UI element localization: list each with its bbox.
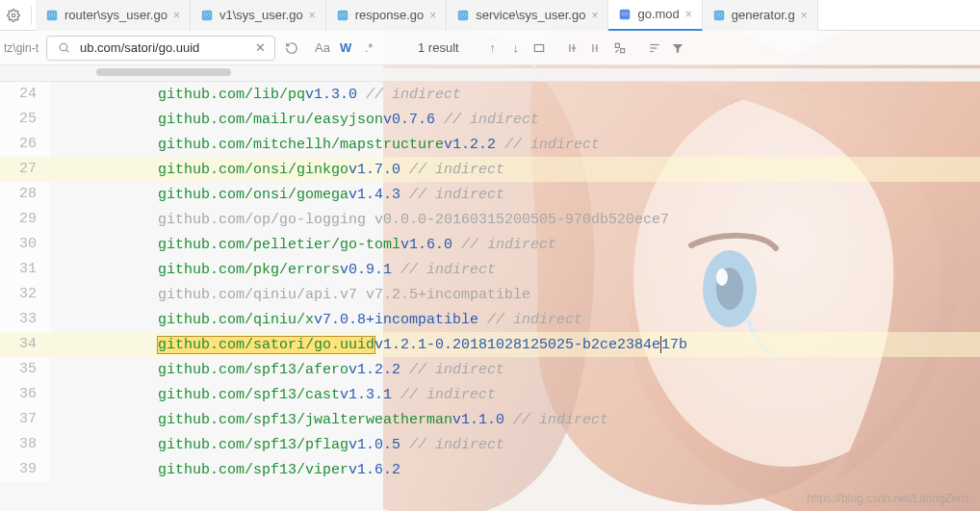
- package-path: github.com/onsi/ginkgo: [158, 162, 348, 178]
- code-line[interactable]: 38github.com/spf13/pflag v1.0.5 // indir…: [0, 432, 980, 457]
- clear-search-icon[interactable]: ✕: [249, 38, 271, 59]
- svg-rect-21: [458, 10, 469, 20]
- comment: // indirect: [392, 262, 496, 278]
- comment: // indirect: [504, 412, 608, 428]
- scroll-thumb[interactable]: [96, 68, 231, 76]
- search-history-icon[interactable]: [281, 38, 302, 59]
- comment: // indirect: [400, 362, 504, 378]
- line-number: 34: [0, 332, 50, 357]
- tab-label: generator.g: [732, 8, 795, 22]
- tab-4[interactable]: go.mod×: [608, 0, 702, 31]
- select-all-occurrences-icon[interactable]: [609, 38, 631, 59]
- close-icon[interactable]: ×: [173, 9, 180, 22]
- version: v1.6.2: [348, 462, 400, 478]
- comment: // indirect: [478, 312, 582, 328]
- close-icon[interactable]: ×: [801, 9, 808, 22]
- close-icon[interactable]: ×: [429, 9, 436, 22]
- code-line[interactable]: 27github.com/onsi/ginkgo v1.7.0 // indir…: [0, 157, 980, 182]
- version: v1.2.2: [348, 362, 400, 378]
- code-line[interactable]: 35github.com/spf13/afero v1.2.2 // indir…: [0, 357, 980, 382]
- line-number: 39: [0, 457, 50, 482]
- code-editor[interactable]: 24github.com/lib/pq v1.3.0 // indirect25…: [0, 82, 980, 482]
- whole-word-toggle[interactable]: W: [335, 38, 356, 59]
- version: v1.0.5: [348, 437, 400, 453]
- match-case-toggle[interactable]: Aa: [312, 38, 333, 59]
- svg-line-37: [66, 50, 68, 52]
- package-path: github.com/spf13/jwalterweatherman: [158, 412, 452, 428]
- comment: // indirect: [392, 387, 496, 403]
- code-line[interactable]: 37github.com/spf13/jwalterweatherman v1.…: [0, 407, 980, 432]
- gear-icon[interactable]: [0, 0, 27, 31]
- find-field[interactable]: ✕: [46, 36, 275, 61]
- package-path: github.com/spf13/pflag: [158, 437, 348, 453]
- code-line[interactable]: 39github.com/spf13/viper v1.6.2: [0, 457, 980, 482]
- package-path: github.com/spf13/afero: [158, 362, 348, 378]
- code-line[interactable]: 36github.com/spf13/cast v1.3.1 // indire…: [0, 382, 980, 407]
- line-number: 28: [0, 182, 50, 207]
- tab-2[interactable]: response.go×: [326, 0, 448, 31]
- svg-rect-31: [714, 10, 725, 20]
- line-number: 35: [0, 357, 50, 382]
- tab-3[interactable]: service\sys_user.go×: [447, 0, 608, 31]
- svg-point-19: [340, 13, 341, 14]
- line-number: 32: [0, 282, 50, 307]
- magnifier-icon: [53, 38, 74, 59]
- code-line[interactable]: 28github.com/onsi/gomega v1.4.3 // indir…: [0, 182, 980, 207]
- tab-5[interactable]: generator.g×: [703, 0, 818, 31]
- svg-point-15: [208, 13, 209, 14]
- svg-point-36: [60, 43, 67, 51]
- comment: // indirect: [452, 237, 556, 253]
- package-path: github.com/mailru/easyjson: [158, 112, 383, 128]
- prev-match-icon[interactable]: ↑: [482, 38, 503, 59]
- filter-icon[interactable]: [667, 38, 688, 59]
- horizontal-scrollbar[interactable]: [0, 68, 980, 82]
- tab-0[interactable]: router\sys_user.go×: [36, 0, 191, 31]
- package-path: github.com/lib/pq: [158, 87, 305, 103]
- code-line[interactable]: 33github.com/qiniu/x v7.0.8+incompatible…: [0, 307, 980, 332]
- svg-rect-26: [620, 9, 631, 19]
- regex-toggle[interactable]: .*: [358, 38, 379, 59]
- tab-label: router\sys_user.go: [64, 8, 168, 22]
- next-match-icon[interactable]: ↓: [505, 38, 527, 59]
- line-number: 24: [0, 82, 50, 107]
- close-icon[interactable]: ×: [591, 9, 598, 22]
- search-input[interactable]: [80, 40, 244, 55]
- svg-rect-46: [620, 48, 624, 52]
- version: v1.2.2: [444, 137, 496, 153]
- code-line[interactable]: 24github.com/lib/pq v1.3.0 // indirect: [0, 82, 980, 107]
- tab-label: response.go: [355, 8, 425, 22]
- code-line[interactable]: 30github.com/pelletier/go-toml v1.6.0 //…: [0, 232, 980, 257]
- close-icon[interactable]: ×: [309, 9, 316, 22]
- tab-1[interactable]: v1\sys_user.go×: [191, 0, 326, 31]
- svg-rect-6: [47, 10, 58, 20]
- code-line[interactable]: 34github.com/satori/go.uuid v1.2.1-0.201…: [0, 332, 980, 357]
- code-line[interactable]: 32github.com/qiniu/api.v7 v7.2.5+incompa…: [0, 282, 980, 307]
- line-number: 37: [0, 407, 50, 432]
- package-path: github.com/pelletier/go-toml: [158, 237, 400, 253]
- line-number: 26: [0, 132, 50, 157]
- code-line[interactable]: 31github.com/pkg/errors v0.9.1 // indire…: [0, 257, 980, 282]
- comment: // indirect: [435, 112, 539, 128]
- version: v0.9.1: [340, 262, 392, 278]
- svg-rect-16: [337, 10, 348, 20]
- in-selection-icon[interactable]: [529, 38, 550, 59]
- svg-point-30: [627, 13, 628, 13]
- svg-point-29: [623, 13, 624, 13]
- svg-rect-11: [202, 10, 213, 20]
- version: v1.2.1-0.20181028125025-b2ce2384e: [374, 337, 660, 353]
- code-line[interactable]: 26github.com/mitchellh/mapstructure v1.2…: [0, 132, 980, 157]
- remove-selection-icon[interactable]: [586, 38, 607, 59]
- code-line[interactable]: 25github.com/mailru/easyjson v0.7.6 // i…: [0, 107, 980, 132]
- add-selection-icon[interactable]: [563, 38, 584, 59]
- comment: // indirect: [496, 137, 600, 153]
- find-toolbar: tz\gin-t ✕ Aa W .* 1 result ↑ ↓: [0, 31, 980, 65]
- code-line[interactable]: 29github.com/op/go-logging v0.0.0-201603…: [0, 207, 980, 232]
- line-number: 38: [0, 432, 50, 457]
- comment: // indirect: [400, 187, 504, 203]
- svg-point-10: [53, 13, 54, 14]
- close-icon[interactable]: ×: [685, 8, 692, 21]
- tab-label: service\sys_user.go: [476, 8, 585, 22]
- package-path: github.com/qiniu/x: [158, 312, 314, 328]
- sort-icon[interactable]: [644, 38, 665, 59]
- line-number: 29: [0, 207, 50, 232]
